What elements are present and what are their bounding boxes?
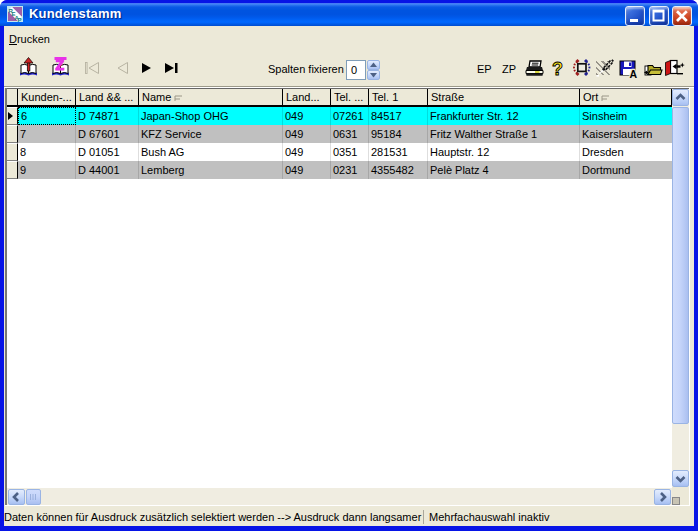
svg-text:P: P bbox=[18, 17, 22, 22]
svg-text:A: A bbox=[630, 68, 638, 80]
svg-text:?: ? bbox=[552, 59, 563, 79]
svg-text:Z: Z bbox=[56, 57, 65, 73]
